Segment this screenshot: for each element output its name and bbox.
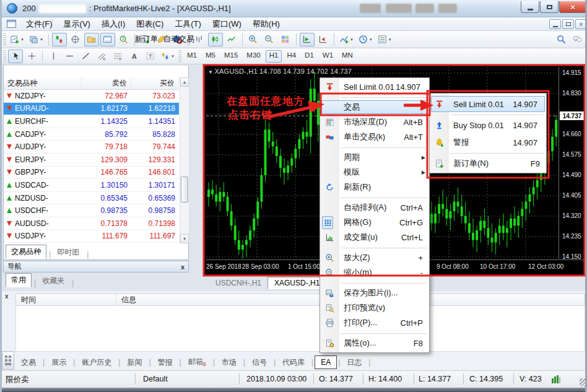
chart-collapse-icon[interactable]: ▼ bbox=[208, 69, 215, 75]
mdi-restore-button[interactable] bbox=[562, 19, 574, 29]
window-minimize-button[interactable] bbox=[521, 1, 539, 13]
periods-button[interactable]: ▼ bbox=[357, 33, 375, 46]
terminal-tab-展示[interactable]: 展示 bbox=[46, 355, 72, 370]
terminal-side-icon[interactable] bbox=[2, 351, 14, 370]
menu-item-新订单(N)[interactable]: 新订单(N)F9 bbox=[430, 155, 546, 172]
column-header-1[interactable]: 交易品种 bbox=[4, 77, 82, 89]
menubar-item-4[interactable]: 图表(C) bbox=[131, 17, 169, 31]
horizontal-line-tool[interactable] bbox=[62, 50, 77, 63]
window-close-button[interactable]: × bbox=[559, 1, 586, 13]
channel-tool[interactable]: E bbox=[94, 50, 109, 63]
navigator-close-icon[interactable]: x bbox=[181, 263, 185, 271]
dropdown-caret-icon[interactable]: ▼ bbox=[350, 38, 354, 41]
navigator-tab-1[interactable]: 常用 bbox=[6, 273, 32, 287]
text-tool[interactable]: A bbox=[126, 50, 141, 63]
terminal-tab-日志[interactable]: 日志 bbox=[341, 355, 367, 370]
chat-button[interactable] bbox=[570, 33, 585, 46]
market-watch-tab-2[interactable]: 即时图 bbox=[52, 246, 84, 259]
new-chart-button[interactable]: ▼ bbox=[8, 33, 26, 46]
terminal-toggle[interactable] bbox=[100, 33, 115, 46]
menu-item-打印(P)...[interactable]: 打印(P)...Ctrl+P bbox=[320, 315, 429, 330]
templates-button[interactable]: ▼ bbox=[376, 33, 394, 46]
terminal-tab-邮箱[interactable]: 邮箱6 bbox=[183, 355, 212, 369]
timeframe-W1[interactable]: W1 bbox=[319, 50, 337, 63]
tile-windows-button[interactable] bbox=[278, 33, 293, 46]
menu-item-放大(Z)[interactable]: 放大(Z)+ bbox=[320, 250, 429, 265]
market-watch-toggle[interactable] bbox=[52, 33, 67, 46]
menu-item-缩小(m)[interactable]: 缩小(m)- bbox=[320, 265, 429, 280]
window-maximize-button[interactable] bbox=[540, 1, 559, 13]
terminal-tab-代码库[interactable]: 代码库 bbox=[277, 355, 310, 370]
timeframe-MN[interactable]: MN bbox=[338, 50, 357, 63]
dropdown-caret-icon[interactable]: ▼ bbox=[20, 38, 24, 41]
scroll-down-icon[interactable]: ▼ bbox=[180, 234, 189, 243]
timeframe-M30[interactable]: M30 bbox=[243, 50, 264, 63]
chart-tab-2[interactable]: XAGUSD-,H1 bbox=[267, 277, 326, 289]
dropdown-caret-icon[interactable]: ▼ bbox=[388, 38, 392, 41]
chart-shift-toggle[interactable] bbox=[316, 33, 331, 46]
indicators-button[interactable]: ▼ bbox=[337, 33, 355, 46]
terminal-tab-EA[interactable]: EA bbox=[315, 355, 337, 369]
strategy-tester-toggle[interactable] bbox=[116, 33, 131, 46]
menu-item-属性(o)...[interactable]: 属性(o)...F8 bbox=[320, 336, 429, 351]
terminal-tab-警报[interactable]: 警报 bbox=[152, 355, 178, 370]
timeframe-H4[interactable]: H4 bbox=[283, 50, 300, 63]
dropdown-caret-icon[interactable]: ▼ bbox=[369, 38, 373, 41]
bar-chart-button[interactable] bbox=[192, 33, 207, 46]
market-watch-tab-1[interactable]: 交易品种 bbox=[6, 245, 46, 259]
scrollbar-thumb[interactable] bbox=[181, 176, 188, 203]
menu-item-打印预览(v)[interactable]: 打印预览(v) bbox=[320, 300, 429, 315]
terminal-tab-信号[interactable]: 信号 bbox=[246, 355, 272, 370]
menu-item-周期[interactable]: 周期▶ bbox=[320, 150, 429, 165]
menubar-item-2[interactable]: 显示(V) bbox=[58, 17, 96, 31]
crosshair-tool[interactable] bbox=[24, 50, 39, 63]
navigator-tab-2[interactable]: 收藏夹 bbox=[37, 274, 69, 287]
terminal-tab-新闻[interactable]: 新闻 bbox=[121, 355, 147, 370]
line-chart-button[interactable] bbox=[224, 33, 239, 46]
menu-item-Sell Limit 0.01[interactable]: Sell Limit 0.0114.907 bbox=[320, 79, 429, 94]
candlestick-chart-button[interactable] bbox=[208, 33, 223, 46]
autotrading-button[interactable]: 自动交易 bbox=[170, 33, 185, 46]
market-watch-row[interactable]: NZDJPY-72.96773.023 bbox=[4, 90, 179, 103]
menu-item-市场深度(D)[interactable]: 市场深度(D)Alt+B bbox=[320, 115, 429, 129]
data-window-toggle[interactable] bbox=[68, 33, 83, 46]
auto-scroll-toggle[interactable] bbox=[300, 33, 315, 46]
zoom-in-button[interactable] bbox=[246, 33, 261, 46]
menubar-item-6[interactable]: 窗口(W) bbox=[207, 17, 247, 31]
cursor-tool[interactable] bbox=[8, 50, 23, 63]
menu-item-交易[interactable]: 交易▶ bbox=[320, 100, 429, 115]
market-watch-row[interactable]: NZDUSD-0.653450.65369 bbox=[4, 192, 179, 205]
column-header-3[interactable]: 买价 bbox=[131, 77, 179, 89]
market-watch-row[interactable]: CADJPY-85.79285.828 bbox=[4, 128, 179, 141]
menu-item-网格(G)[interactable]: 网格(G)Ctrl+G bbox=[320, 215, 429, 230]
resize-grip[interactable] bbox=[580, 378, 587, 386]
market-watch-scrollbar[interactable]: ▲ ▼ bbox=[180, 77, 189, 243]
menu-item-警报[interactable]: 警报14.907 bbox=[430, 134, 546, 151]
chart-tab-1[interactable]: USDCNH-,H1 bbox=[209, 277, 267, 289]
timeframe-H1[interactable]: H1 bbox=[266, 50, 282, 63]
terminal-tab-交易[interactable]: 交易 bbox=[15, 355, 41, 370]
menu-item-模版[interactable]: 模版▶ bbox=[320, 165, 429, 180]
trendline-tool[interactable] bbox=[78, 50, 93, 63]
menu-item-自动排列(A)[interactable]: 自动排列(A)Ctrl+A bbox=[320, 200, 429, 215]
mdi-minimize-button[interactable] bbox=[549, 19, 561, 29]
timeframe-M5[interactable]: M5 bbox=[202, 50, 219, 63]
menubar-item-3[interactable]: 插入(I) bbox=[96, 17, 131, 31]
market-watch-row[interactable]: GBPJPY-146.765146.801 bbox=[4, 167, 179, 180]
menu-item-成交量(u)[interactable]: 成交量(u)Ctrl+L bbox=[320, 230, 429, 245]
terminal-tab-市场[interactable]: 市场 bbox=[216, 355, 242, 370]
fibonacci-tool[interactable]: F bbox=[110, 50, 125, 63]
menubar-item-7[interactable]: 帮助(H) bbox=[247, 17, 285, 31]
zoom-out-button[interactable] bbox=[262, 33, 277, 46]
market-watch-row[interactable]: USDCAD-1.301501.30171 bbox=[4, 179, 179, 192]
menu-item-刷新(R)[interactable]: 刷新(R) bbox=[320, 180, 429, 194]
market-watch-row[interactable]: AUDUSD-0.713780.71398 bbox=[4, 217, 179, 230]
market-watch-row[interactable]: EURCHF-1.143251.14351 bbox=[4, 115, 179, 128]
terminal-tab-账户历史[interactable]: 账户历史 bbox=[76, 355, 117, 370]
market-watch-row[interactable]: AUDJPY-79.71879.744 bbox=[4, 141, 179, 154]
market-watch-row[interactable]: USDCHF-0.987350.98758 bbox=[4, 204, 179, 217]
menubar-item-5[interactable]: 工具(T) bbox=[169, 17, 207, 31]
mdi-close-button[interactable]: × bbox=[575, 19, 587, 29]
menu-item-单击交易(k)[interactable]: 单击交易(k)Alt+T bbox=[320, 129, 429, 144]
status-profile[interactable]: Default bbox=[143, 375, 168, 383]
